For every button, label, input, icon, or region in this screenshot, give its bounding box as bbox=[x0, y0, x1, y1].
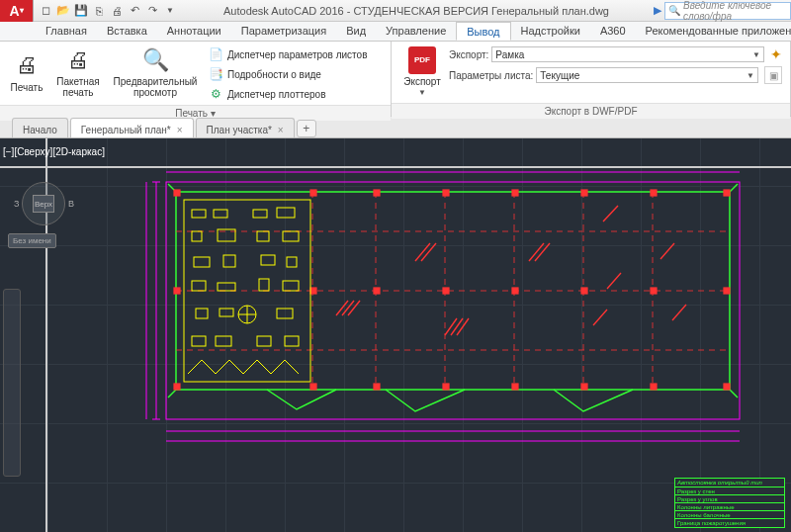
sheet-params-label: Параметры листа: bbox=[449, 70, 533, 81]
export-settings-icon[interactable]: ✦ bbox=[770, 46, 782, 62]
svg-rect-78 bbox=[196, 309, 208, 318]
svg-rect-26 bbox=[512, 190, 518, 196]
svg-line-57 bbox=[607, 273, 621, 289]
svg-rect-68 bbox=[257, 231, 269, 241]
svg-rect-63 bbox=[214, 210, 227, 218]
svg-rect-76 bbox=[259, 279, 269, 291]
tab-insert[interactable]: Вставка bbox=[97, 22, 157, 41]
tab-featured[interactable]: Рекомендованные приложения bbox=[636, 22, 791, 41]
svg-rect-22 bbox=[174, 190, 180, 196]
tab-output[interactable]: Вывод bbox=[456, 22, 510, 41]
close-icon[interactable]: × bbox=[278, 125, 284, 135]
open-icon[interactable]: 📂 bbox=[55, 3, 71, 19]
export-label: Экспорт: bbox=[449, 49, 488, 60]
tab-manage[interactable]: Управление bbox=[376, 22, 456, 41]
viewcube-east[interactable]: В bbox=[68, 199, 74, 209]
svg-rect-32 bbox=[374, 288, 380, 294]
new-icon[interactable]: ◻ bbox=[38, 3, 53, 19]
ribbon-tab-strip: Главная Вставка Аннотации Параметризация… bbox=[0, 22, 791, 42]
tab-addins[interactable]: Надстройки bbox=[511, 22, 590, 41]
title-bar: A▾ ◻ 📂 💾 ⎘ 🖨 ↶ ↷ ▼ Autodesk AutoCAD 2016… bbox=[0, 0, 791, 22]
svg-rect-23 bbox=[310, 190, 316, 196]
svg-rect-34 bbox=[512, 288, 518, 294]
svg-rect-73 bbox=[287, 257, 297, 267]
viewcube-top-face[interactable]: Верх bbox=[33, 195, 54, 213]
plotter-manager-button[interactable]: ⚙ Диспетчер плоттеров bbox=[204, 85, 371, 103]
view-details-icon: 📑 bbox=[208, 66, 223, 82]
svg-line-59 bbox=[672, 305, 686, 320]
app-menu-button[interactable]: A▾ bbox=[0, 0, 34, 22]
drawing-svg bbox=[119, 162, 751, 449]
svg-rect-29 bbox=[724, 190, 730, 196]
qat-dropdown-icon[interactable]: ▼ bbox=[162, 3, 178, 19]
export-button[interactable]: PDF Экспорт ▼ bbox=[396, 44, 449, 101]
svg-rect-33 bbox=[443, 288, 449, 294]
plotter-icon: ⚙ bbox=[208, 86, 223, 102]
sheet-params-combo[interactable]: Текущие ▼ bbox=[536, 67, 758, 83]
tab-home[interactable]: Главная bbox=[36, 22, 97, 41]
svg-rect-71 bbox=[223, 255, 235, 267]
add-tab-button[interactable]: + bbox=[297, 120, 316, 137]
export-window-combo[interactable]: Рамка ▼ bbox=[491, 46, 764, 62]
search-input[interactable]: 🔍 Введите ключевое слово/фра bbox=[664, 2, 791, 20]
drawing-canvas[interactable]: [−][Сверху][2D-каркас] Верх З В Без имен… bbox=[0, 138, 791, 532]
legend-header: Автостоянка открытый тип bbox=[675, 479, 784, 488]
svg-rect-86 bbox=[257, 336, 271, 346]
svg-rect-79 bbox=[220, 309, 233, 316]
plot-button[interactable]: 🖨 Печать bbox=[4, 44, 49, 101]
batch-plot-button[interactable]: 🖨 Пакетная печать bbox=[49, 44, 107, 101]
tab-parametric[interactable]: Параметризация bbox=[231, 22, 336, 41]
chevron-down-icon: ▼ bbox=[752, 50, 760, 59]
saveas-icon[interactable]: ⎘ bbox=[91, 3, 107, 19]
close-icon[interactable]: × bbox=[177, 125, 183, 135]
svg-rect-69 bbox=[283, 231, 299, 241]
tab-annotate[interactable]: Аннотации bbox=[157, 22, 231, 41]
svg-line-46 bbox=[336, 301, 348, 315]
svg-rect-38 bbox=[174, 384, 180, 390]
doc-tab-start[interactable]: Начало bbox=[12, 118, 68, 137]
doc-tab-site-plan[interactable]: План участка* × bbox=[196, 118, 295, 137]
svg-rect-43 bbox=[581, 384, 587, 390]
svg-rect-80 bbox=[277, 309, 293, 318]
preview-button[interactable]: 🔍 Предварительный просмотр bbox=[107, 44, 204, 101]
page-setup-button[interactable]: 📄 Диспетчер параметров листов bbox=[204, 45, 371, 63]
save-icon[interactable]: 💾 bbox=[73, 3, 89, 19]
svg-rect-65 bbox=[277, 208, 295, 218]
svg-rect-27 bbox=[581, 190, 587, 196]
svg-line-52 bbox=[451, 318, 463, 335]
svg-rect-74 bbox=[192, 281, 206, 291]
page-setup-override-button[interactable]: ▣ bbox=[764, 66, 782, 84]
svg-rect-84 bbox=[192, 336, 206, 346]
svg-line-48 bbox=[348, 301, 360, 315]
drawing-content bbox=[119, 162, 751, 449]
batch-printer-icon: 🖨 bbox=[64, 46, 92, 74]
print-icon[interactable]: 🖨 bbox=[109, 3, 125, 19]
window-title: Autodesk AutoCAD 2016 - СТУДЕНЧЕСКАЯ ВЕР… bbox=[182, 5, 651, 17]
svg-line-51 bbox=[445, 318, 457, 335]
svg-rect-36 bbox=[651, 288, 657, 294]
tab-a360[interactable]: A360 bbox=[590, 22, 636, 41]
viewport-control-label[interactable]: [−][Сверху][2D-каркас] bbox=[3, 146, 105, 157]
printer-icon: 🖨 bbox=[13, 52, 41, 80]
svg-line-60 bbox=[593, 310, 607, 325]
undo-icon[interactable]: ↶ bbox=[127, 3, 142, 19]
svg-rect-30 bbox=[174, 288, 180, 294]
search-arrow-icon[interactable]: ▶ bbox=[651, 4, 664, 17]
svg-rect-41 bbox=[443, 384, 449, 390]
redo-icon[interactable]: ↷ bbox=[144, 3, 160, 19]
panel-title-export[interactable]: Экспорт в DWF/PDF bbox=[392, 103, 790, 119]
view-details-button[interactable]: 📑 Подробности о виде bbox=[204, 65, 371, 83]
navigation-bar[interactable] bbox=[3, 289, 21, 477]
svg-rect-66 bbox=[192, 231, 202, 241]
svg-rect-64 bbox=[253, 210, 267, 218]
svg-rect-72 bbox=[261, 255, 275, 265]
svg-rect-40 bbox=[374, 384, 380, 390]
view-cube[interactable]: Верх З В bbox=[22, 182, 65, 225]
doc-tab-general-plan[interactable]: Генеральный план* × bbox=[70, 118, 194, 137]
chevron-down-icon: ▼ bbox=[418, 89, 426, 98]
viewcube-west[interactable]: З bbox=[14, 199, 19, 209]
panel-print: 🖨 Печать 🖨 Пакетная печать 🔍 Предварител… bbox=[0, 42, 392, 116]
tab-view[interactable]: Вид bbox=[336, 22, 376, 41]
panel-export: PDF Экспорт ▼ Экспорт: Рамка ▼ ✦ Парамет… bbox=[392, 42, 791, 116]
ucs-name-button[interactable]: Без имени bbox=[8, 233, 56, 248]
